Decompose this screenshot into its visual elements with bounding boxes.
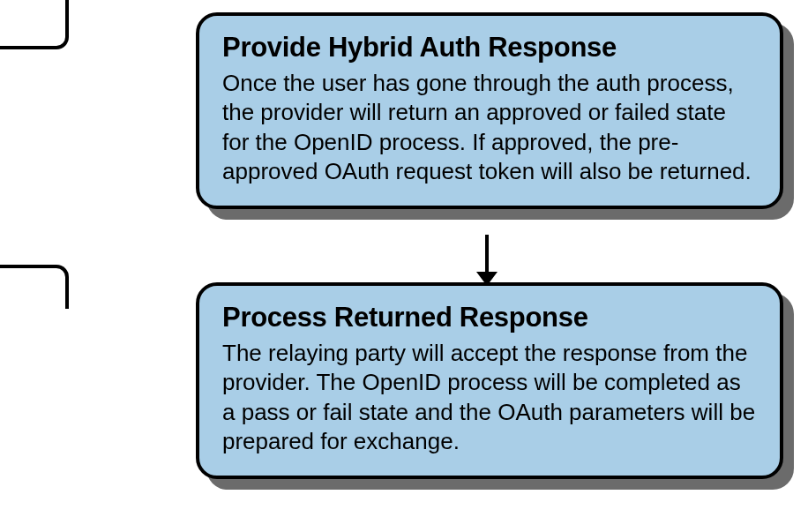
card-title: Provide Hybrid Auth Response — [222, 32, 757, 64]
card-body: Once the user has gone through the auth … — [222, 69, 757, 186]
card-title: Process Returned Response — [222, 302, 757, 333]
card: Provide Hybrid Auth Response Once the us… — [196, 12, 783, 209]
step-box-provide-hybrid-auth-response: Provide Hybrid Auth Response Once the us… — [196, 12, 783, 209]
card-body: The relaying party will accept the respo… — [222, 339, 757, 456]
connector-line — [485, 235, 489, 275]
connector-stub-bottom — [0, 265, 69, 309]
connector-stub-top — [0, 0, 69, 49]
card: Process Returned Response The relaying p… — [196, 282, 783, 479]
step-box-process-returned-response: Process Returned Response The relaying p… — [196, 282, 783, 479]
diagram-canvas: Provide Hybrid Auth Response Once the us… — [0, 0, 808, 532]
